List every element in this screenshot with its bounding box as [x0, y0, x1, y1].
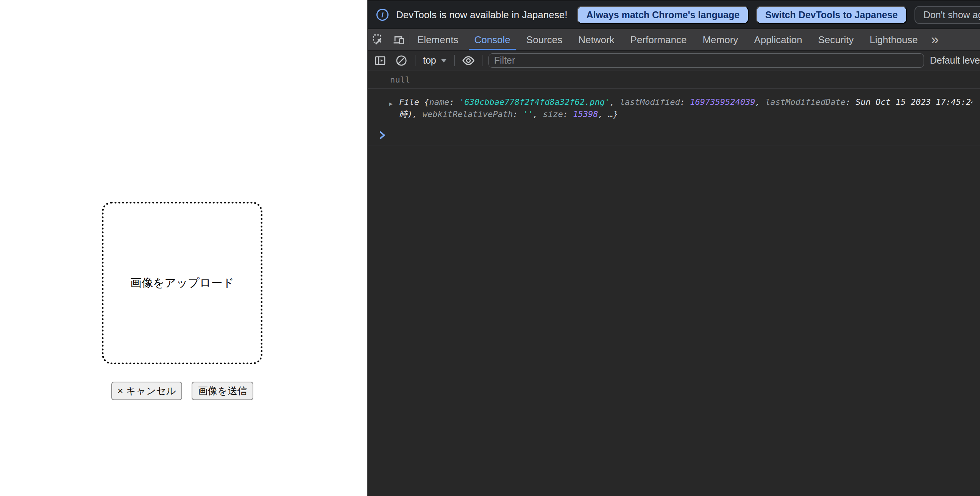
clear-console-button[interactable] [394, 53, 409, 68]
tab-lighthouse[interactable]: Lighthouse [861, 29, 926, 50]
console-filter-input[interactable] [488, 53, 924, 68]
tab-sources[interactable]: Sources [519, 29, 570, 50]
console-toolbar: top Default levels [368, 51, 980, 70]
tab-console[interactable]: Console [466, 29, 518, 50]
submit-image-button[interactable]: 画像を送信 [192, 382, 253, 400]
toolbar-separator [482, 55, 482, 66]
infobar-message: DevTools is now available in Japanese! [396, 9, 567, 21]
tab-application[interactable]: Application [746, 29, 810, 50]
console-result-null: null [368, 70, 980, 89]
prompt-chevron-icon [378, 130, 387, 140]
inspect-icon [372, 33, 385, 46]
tab-network[interactable]: Network [570, 29, 622, 50]
info-icon: i [376, 9, 388, 21]
device-toolbar-icon [392, 33, 405, 46]
eye-icon [461, 54, 475, 67]
toggle-device-toolbar-button[interactable] [388, 29, 409, 50]
switch-devtools-japanese-button[interactable]: Switch DevTools to Japanese [756, 6, 907, 24]
dont-show-again-button[interactable]: Don't show again [915, 6, 980, 24]
toolbar-separator [454, 55, 455, 66]
upload-actions: × キャンセル 画像を送信 [111, 382, 253, 400]
console-file-log: ▶ File {name: '630cbbae778f2f4fd8a32f62.… [368, 89, 980, 125]
dropzone-label: 画像をアップロード [130, 275, 234, 291]
live-expression-button[interactable] [461, 53, 476, 68]
context-selector-value: top [423, 55, 436, 66]
tab-security[interactable]: Security [810, 29, 862, 50]
tab-performance[interactable]: Performance [622, 29, 695, 50]
chevron-down-icon [441, 59, 447, 62]
console-sidebar-toggle-button[interactable] [372, 53, 388, 68]
execution-context-selector[interactable]: top [422, 55, 449, 66]
clear-console-icon [395, 54, 408, 67]
console-messages: null ▶ File {name: '630cbbae778f2f4fd8a3… [368, 70, 980, 496]
cancel-button[interactable]: × キャンセル [111, 382, 182, 400]
match-chrome-language-button[interactable]: Always match Chrome's language [577, 6, 749, 24]
more-tabs-icon[interactable]: » [926, 29, 944, 50]
toolbar-separator [415, 55, 415, 66]
image-dropzone[interactable]: 画像をアップロード [102, 202, 262, 364]
log-level-selector[interactable]: Default levels [930, 55, 980, 66]
devtools-language-infobar: i DevTools is now available in Japanese!… [368, 0, 980, 29]
file-log-line-2: 時), webkitRelativePath: '', size: 15398,… [399, 108, 972, 121]
tab-memory[interactable]: Memory [694, 29, 746, 50]
console-prompt[interactable] [368, 125, 980, 145]
sidebar-toggle-icon [374, 54, 386, 67]
file-log-line-1: File {name: '630cbbae778f2f4fd8a32f62.pn… [399, 96, 972, 108]
inspect-element-button[interactable] [368, 29, 388, 50]
devtools-tabbar: Elements Console Sources Network Perform… [368, 29, 980, 51]
devtools-panel: i DevTools is now available in Japanese!… [367, 0, 980, 496]
expand-triangle-icon[interactable]: ▶ [389, 98, 393, 110]
tab-elements[interactable]: Elements [409, 29, 466, 50]
web-page: 画像をアップロード × キャンセル 画像を送信 [0, 0, 367, 496]
